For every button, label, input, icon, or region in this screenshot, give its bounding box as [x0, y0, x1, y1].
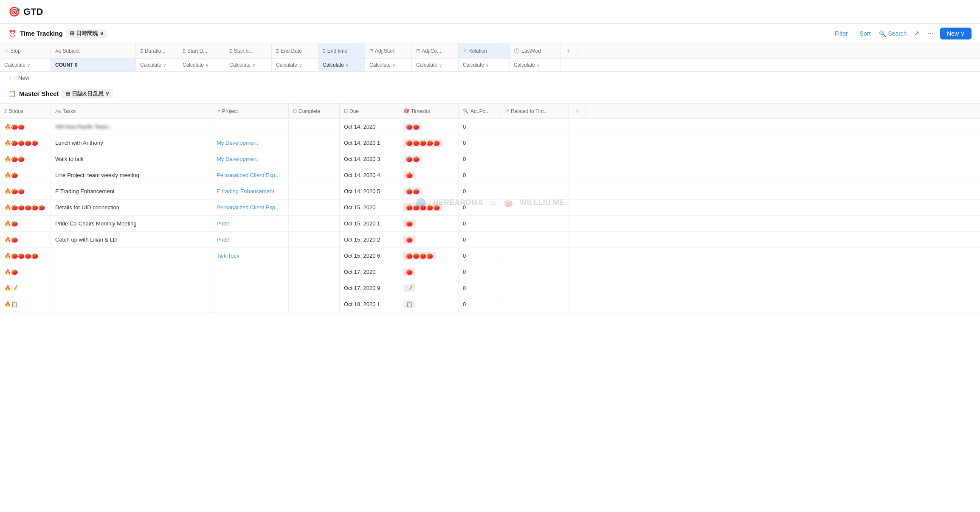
table-row[interactable]: 🔥🍅🍅 AM Asia Pacific Team... Oct 14, 2020… — [0, 119, 980, 135]
table-row[interactable]: 🔥🍅🍅🍅🍅 Lunch with Anthony My Development … — [0, 135, 980, 151]
calc-enddate-chevron: ∨ — [299, 63, 302, 68]
timeslot-col-label: Timeslot — [411, 108, 430, 114]
calc-adjstart[interactable]: Calculate ∨ — [365, 59, 412, 71]
due-text: Oct 14, 2020 3 — [344, 156, 380, 162]
tt-new-row[interactable]: + + New — [0, 72, 980, 84]
table-row[interactable]: 🔥🍅🍅 E Trading Enhancement E trading Enha… — [0, 183, 980, 200]
cell-actpo: 0 — [459, 216, 501, 231]
timeslot-bar: 📝 — [403, 284, 415, 292]
cell-actpo: 0 — [459, 135, 501, 151]
sort-button[interactable]: Sort — [856, 28, 874, 39]
calc-startd-label: Calculate — [183, 62, 204, 68]
cell-related — [501, 119, 569, 135]
cell-tasks — [51, 280, 212, 296]
col-add-tt[interactable]: + — [560, 43, 577, 58]
table-row[interactable]: 🔥🍅🍅🍅🍅 Tick Tock Oct 15, 2020 6 🍅🍅🍅🍅 0 — [0, 248, 980, 264]
calc-duration[interactable]: Calculate ∨ — [136, 59, 178, 71]
tasks-text: Lunch with Anthony — [55, 140, 103, 146]
master-col-add[interactable]: + — [569, 104, 586, 118]
cell-related — [501, 280, 569, 296]
new-row-icon: + — [8, 75, 12, 81]
cell-related — [501, 167, 569, 183]
view-badge[interactable]: ⊞ 日時間塊 ∨ — [66, 29, 107, 38]
calc-lastmod[interactable]: Calculate ∨ — [510, 59, 560, 71]
adjstart-col-label: Adj.Start — [375, 48, 394, 54]
endtime-col-label: End time — [327, 48, 347, 54]
cell-status: 🔥🍅🍅 — [0, 151, 51, 167]
master-view-badge[interactable]: ⊞ 日誌&日反思 ∨ — [62, 89, 113, 98]
actpo-text: 0 — [463, 253, 466, 259]
cell-status: 🔥🍅🍅 — [0, 183, 51, 199]
cell-due: Oct 14, 2020 — [340, 119, 399, 135]
tasks-text: Catch up with Lilian & LD — [55, 236, 117, 243]
search-button[interactable]: 🔍 Search — [879, 30, 907, 37]
calc-relation[interactable]: Calculate ∨ — [459, 59, 510, 71]
calc-startti-label: Calculate — [229, 62, 251, 68]
more-button[interactable]: ··· — [926, 28, 935, 39]
cell-complete — [289, 248, 340, 264]
cell-related — [501, 296, 569, 312]
tasks-col-icon: Aa — [55, 109, 61, 114]
adjco-col-icon: ⊟ — [416, 48, 420, 53]
due-text: Oct 15, 2020 — [344, 204, 375, 211]
table-row[interactable]: 🔥🍅 Pride Co-Chairs Monthly Meeting Pride… — [0, 216, 980, 232]
new-button[interactable]: New ∨ — [940, 28, 972, 39]
cell-due: Oct 17, 2020 — [340, 264, 399, 280]
cell-timeslot: 🍅🍅🍅🍅 — [399, 248, 459, 264]
status-emoji: 🔥🍅🍅 — [4, 156, 25, 162]
due-text: Oct 15, 2020 1 — [344, 220, 380, 227]
due-text: Oct 17, 2020 9 — [344, 285, 380, 291]
filter-button[interactable]: Filter — [831, 28, 851, 39]
calc-startti[interactable]: Calculate ∨ — [225, 59, 272, 71]
calc-stop[interactable]: Calculate ∨ — [0, 59, 51, 71]
cell-due: Oct 15, 2020 6 — [340, 248, 399, 264]
status-emoji: 🔥🍅🍅🍅🍅 — [4, 140, 38, 146]
actpo-text: 0 — [463, 204, 466, 211]
time-tracking-header: ⏰ Time Tracking ⊞ 日時間塊 ∨ Filter Sort 🔍 S… — [0, 24, 980, 43]
expand-button[interactable]: ↗ — [912, 28, 921, 39]
calc-startd[interactable]: Calculate ∨ — [178, 59, 225, 71]
table-row[interactable]: 🔥🍅🍅 Walk to talk My Development Oct 14, … — [0, 151, 980, 167]
due-text: Oct 18, 2020 1 — [344, 301, 380, 307]
calc-enddate[interactable]: Calculate ∨ — [272, 59, 318, 71]
cell-complete — [289, 296, 340, 312]
cell-due: Oct 18, 2020 1 — [340, 296, 399, 312]
cell-status: 🔥🍅🍅🍅🍅 — [0, 248, 51, 264]
actpo-text: 0 — [463, 269, 466, 275]
table-row[interactable]: 🔥📋 Oct 18, 2020 1 📋 0 — [0, 296, 980, 312]
timeslot-bar: 🍅🍅 — [403, 187, 422, 195]
table-row[interactable]: 🔥🍅🍅🍅🍅🍅 Details for UID connection Person… — [0, 200, 980, 216]
cell-status: 🔥🍅🍅🍅🍅🍅 — [0, 200, 51, 215]
search-label: Search — [888, 30, 907, 37]
table-row[interactable]: 🔥🍅 Oct 17, 2020 🍅 0 — [0, 264, 980, 280]
adjstart-col-icon: ⊟ — [369, 48, 373, 53]
relatedtim-col-label: Related to Tim... — [511, 108, 548, 114]
master-sheet-section: 🔵 HEREAROMA ∞ 🍅 WILLLIU.ME 📋 Master Shee… — [0, 84, 980, 312]
master-sheet-header: 📋 Master Sheet ⊞ 日誌&日反思 ∨ — [0, 84, 980, 104]
cell-project: Pride — [212, 232, 289, 248]
table-row[interactable]: 🔥📝 Oct 17, 2020 9 📝 0 — [0, 280, 980, 296]
cell-tasks — [51, 248, 212, 264]
cell-complete — [289, 200, 340, 215]
timeslot-bar: 🍅 — [403, 268, 415, 276]
master-col-complete: ⊟ Complete — [289, 104, 340, 118]
cell-tasks — [51, 296, 212, 312]
project-text: Personalized Client Exp... — [217, 204, 280, 211]
startti-col-icon: Σ — [229, 48, 232, 53]
actpo-text: 0 — [463, 140, 466, 146]
table-row[interactable]: 🔥🍅 Catch up with Lilian & LD Pride Oct 1… — [0, 232, 980, 248]
master-table: Σ Status Aa Tasks ↗ Project ⊟ Complete ⊟… — [0, 104, 980, 312]
duration-col-icon: Σ — [140, 48, 143, 53]
master-col-project: ↗ Project — [212, 104, 289, 118]
cell-tasks: Pride Co-Chairs Monthly Meeting — [51, 216, 212, 231]
calc-subject[interactable]: COUNT 0 — [51, 59, 136, 71]
calc-endtime[interactable]: Calculate ∨ — [318, 59, 365, 71]
header-actions: Filter Sort 🔍 Search ↗ ··· New ∨ — [831, 28, 972, 39]
master-col-timeslot: 🎯 Timeslot — [399, 104, 459, 118]
view-icon: ⊞ — [70, 30, 74, 37]
cell-tasks: Lunch with Anthony — [51, 135, 212, 151]
project-text: Pride — [217, 220, 229, 227]
project-text: Personalized Client Exp... — [217, 172, 280, 178]
calc-adjco[interactable]: Calculate ∨ — [412, 59, 459, 71]
table-row[interactable]: 🔥🍅 Line Project: team weekly meeting Per… — [0, 167, 980, 183]
